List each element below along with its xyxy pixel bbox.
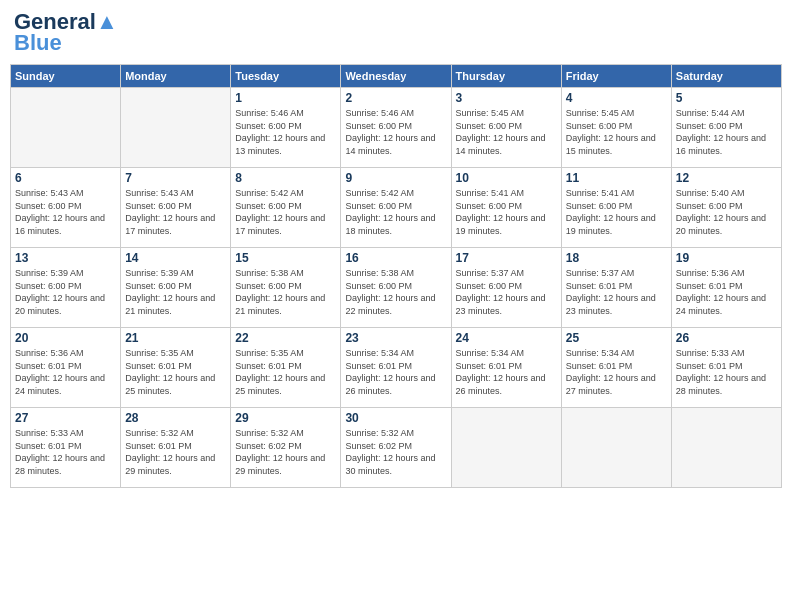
- day-number: 8: [235, 171, 336, 185]
- calendar-cell: 18Sunrise: 5:37 AMSunset: 6:01 PMDayligh…: [561, 248, 671, 328]
- day-number: 1: [235, 91, 336, 105]
- day-number: 19: [676, 251, 777, 265]
- calendar-cell: 17Sunrise: 5:37 AMSunset: 6:00 PMDayligh…: [451, 248, 561, 328]
- day-info: Sunrise: 5:46 AMSunset: 6:00 PMDaylight:…: [345, 107, 446, 157]
- calendar-week-2: 6Sunrise: 5:43 AMSunset: 6:00 PMDaylight…: [11, 168, 782, 248]
- day-info: Sunrise: 5:42 AMSunset: 6:00 PMDaylight:…: [345, 187, 446, 237]
- day-number: 25: [566, 331, 667, 345]
- calendar-cell: 22Sunrise: 5:35 AMSunset: 6:01 PMDayligh…: [231, 328, 341, 408]
- day-number: 17: [456, 251, 557, 265]
- calendar-cell: [11, 88, 121, 168]
- calendar-cell: 13Sunrise: 5:39 AMSunset: 6:00 PMDayligh…: [11, 248, 121, 328]
- day-info: Sunrise: 5:37 AMSunset: 6:01 PMDaylight:…: [566, 267, 667, 317]
- logo-blue: ▲: [96, 9, 118, 34]
- day-number: 24: [456, 331, 557, 345]
- calendar-cell: 20Sunrise: 5:36 AMSunset: 6:01 PMDayligh…: [11, 328, 121, 408]
- day-info: Sunrise: 5:44 AMSunset: 6:00 PMDaylight:…: [676, 107, 777, 157]
- calendar-cell: 15Sunrise: 5:38 AMSunset: 6:00 PMDayligh…: [231, 248, 341, 328]
- day-info: Sunrise: 5:33 AMSunset: 6:01 PMDaylight:…: [676, 347, 777, 397]
- calendar-cell: 26Sunrise: 5:33 AMSunset: 6:01 PMDayligh…: [671, 328, 781, 408]
- calendar-table: SundayMondayTuesdayWednesdayThursdayFrid…: [10, 64, 782, 488]
- day-number: 29: [235, 411, 336, 425]
- day-info: Sunrise: 5:40 AMSunset: 6:00 PMDaylight:…: [676, 187, 777, 237]
- calendar-cell: 11Sunrise: 5:41 AMSunset: 6:00 PMDayligh…: [561, 168, 671, 248]
- day-number: 18: [566, 251, 667, 265]
- day-number: 26: [676, 331, 777, 345]
- day-number: 5: [676, 91, 777, 105]
- calendar-cell: 21Sunrise: 5:35 AMSunset: 6:01 PMDayligh…: [121, 328, 231, 408]
- day-info: Sunrise: 5:32 AMSunset: 6:01 PMDaylight:…: [125, 427, 226, 477]
- day-number: 21: [125, 331, 226, 345]
- day-info: Sunrise: 5:38 AMSunset: 6:00 PMDaylight:…: [345, 267, 446, 317]
- calendar-cell: [451, 408, 561, 488]
- calendar-cell: 27Sunrise: 5:33 AMSunset: 6:01 PMDayligh…: [11, 408, 121, 488]
- day-number: 14: [125, 251, 226, 265]
- day-number: 6: [15, 171, 116, 185]
- calendar-cell: 24Sunrise: 5:34 AMSunset: 6:01 PMDayligh…: [451, 328, 561, 408]
- day-info: Sunrise: 5:39 AMSunset: 6:00 PMDaylight:…: [15, 267, 116, 317]
- day-number: 23: [345, 331, 446, 345]
- day-info: Sunrise: 5:32 AMSunset: 6:02 PMDaylight:…: [235, 427, 336, 477]
- day-info: Sunrise: 5:34 AMSunset: 6:01 PMDaylight:…: [345, 347, 446, 397]
- day-info: Sunrise: 5:42 AMSunset: 6:00 PMDaylight:…: [235, 187, 336, 237]
- weekday-header-tuesday: Tuesday: [231, 65, 341, 88]
- calendar-week-4: 20Sunrise: 5:36 AMSunset: 6:01 PMDayligh…: [11, 328, 782, 408]
- weekday-header-wednesday: Wednesday: [341, 65, 451, 88]
- day-info: Sunrise: 5:45 AMSunset: 6:00 PMDaylight:…: [566, 107, 667, 157]
- weekday-header-friday: Friday: [561, 65, 671, 88]
- calendar-cell: 25Sunrise: 5:34 AMSunset: 6:01 PMDayligh…: [561, 328, 671, 408]
- calendar-cell: 4Sunrise: 5:45 AMSunset: 6:00 PMDaylight…: [561, 88, 671, 168]
- calendar-week-5: 27Sunrise: 5:33 AMSunset: 6:01 PMDayligh…: [11, 408, 782, 488]
- weekday-header-saturday: Saturday: [671, 65, 781, 88]
- day-info: Sunrise: 5:39 AMSunset: 6:00 PMDaylight:…: [125, 267, 226, 317]
- day-info: Sunrise: 5:36 AMSunset: 6:01 PMDaylight:…: [676, 267, 777, 317]
- logo: General▲ Blue: [14, 10, 118, 56]
- weekday-header-monday: Monday: [121, 65, 231, 88]
- day-number: 28: [125, 411, 226, 425]
- day-info: Sunrise: 5:37 AMSunset: 6:00 PMDaylight:…: [456, 267, 557, 317]
- calendar-week-1: 1Sunrise: 5:46 AMSunset: 6:00 PMDaylight…: [11, 88, 782, 168]
- day-number: 3: [456, 91, 557, 105]
- calendar-week-3: 13Sunrise: 5:39 AMSunset: 6:00 PMDayligh…: [11, 248, 782, 328]
- day-number: 12: [676, 171, 777, 185]
- day-info: Sunrise: 5:41 AMSunset: 6:00 PMDaylight:…: [456, 187, 557, 237]
- calendar-cell: 9Sunrise: 5:42 AMSunset: 6:00 PMDaylight…: [341, 168, 451, 248]
- day-info: Sunrise: 5:35 AMSunset: 6:01 PMDaylight:…: [125, 347, 226, 397]
- day-number: 20: [15, 331, 116, 345]
- day-info: Sunrise: 5:32 AMSunset: 6:02 PMDaylight:…: [345, 427, 446, 477]
- day-info: Sunrise: 5:35 AMSunset: 6:01 PMDaylight:…: [235, 347, 336, 397]
- day-info: Sunrise: 5:36 AMSunset: 6:01 PMDaylight:…: [15, 347, 116, 397]
- day-number: 22: [235, 331, 336, 345]
- day-info: Sunrise: 5:43 AMSunset: 6:00 PMDaylight:…: [125, 187, 226, 237]
- calendar-cell: 3Sunrise: 5:45 AMSunset: 6:00 PMDaylight…: [451, 88, 561, 168]
- day-info: Sunrise: 5:34 AMSunset: 6:01 PMDaylight:…: [566, 347, 667, 397]
- day-info: Sunrise: 5:43 AMSunset: 6:00 PMDaylight:…: [15, 187, 116, 237]
- calendar-cell: 8Sunrise: 5:42 AMSunset: 6:00 PMDaylight…: [231, 168, 341, 248]
- calendar-cell: 1Sunrise: 5:46 AMSunset: 6:00 PMDaylight…: [231, 88, 341, 168]
- calendar-header-row: SundayMondayTuesdayWednesdayThursdayFrid…: [11, 65, 782, 88]
- calendar-cell: 6Sunrise: 5:43 AMSunset: 6:00 PMDaylight…: [11, 168, 121, 248]
- calendar-cell: 23Sunrise: 5:34 AMSunset: 6:01 PMDayligh…: [341, 328, 451, 408]
- calendar-cell: 29Sunrise: 5:32 AMSunset: 6:02 PMDayligh…: [231, 408, 341, 488]
- day-number: 11: [566, 171, 667, 185]
- day-info: Sunrise: 5:38 AMSunset: 6:00 PMDaylight:…: [235, 267, 336, 317]
- calendar-cell: 12Sunrise: 5:40 AMSunset: 6:00 PMDayligh…: [671, 168, 781, 248]
- weekday-header-sunday: Sunday: [11, 65, 121, 88]
- calendar-cell: 16Sunrise: 5:38 AMSunset: 6:00 PMDayligh…: [341, 248, 451, 328]
- calendar-cell: 2Sunrise: 5:46 AMSunset: 6:00 PMDaylight…: [341, 88, 451, 168]
- calendar-cell: 10Sunrise: 5:41 AMSunset: 6:00 PMDayligh…: [451, 168, 561, 248]
- day-number: 10: [456, 171, 557, 185]
- calendar-cell: 5Sunrise: 5:44 AMSunset: 6:00 PMDaylight…: [671, 88, 781, 168]
- day-number: 7: [125, 171, 226, 185]
- day-info: Sunrise: 5:45 AMSunset: 6:00 PMDaylight:…: [456, 107, 557, 157]
- day-number: 2: [345, 91, 446, 105]
- day-number: 4: [566, 91, 667, 105]
- logo-blue-text: Blue: [14, 30, 62, 56]
- calendar-cell: 28Sunrise: 5:32 AMSunset: 6:01 PMDayligh…: [121, 408, 231, 488]
- day-number: 9: [345, 171, 446, 185]
- day-info: Sunrise: 5:46 AMSunset: 6:00 PMDaylight:…: [235, 107, 336, 157]
- calendar-cell: [121, 88, 231, 168]
- day-number: 16: [345, 251, 446, 265]
- day-number: 27: [15, 411, 116, 425]
- calendar-cell: 7Sunrise: 5:43 AMSunset: 6:00 PMDaylight…: [121, 168, 231, 248]
